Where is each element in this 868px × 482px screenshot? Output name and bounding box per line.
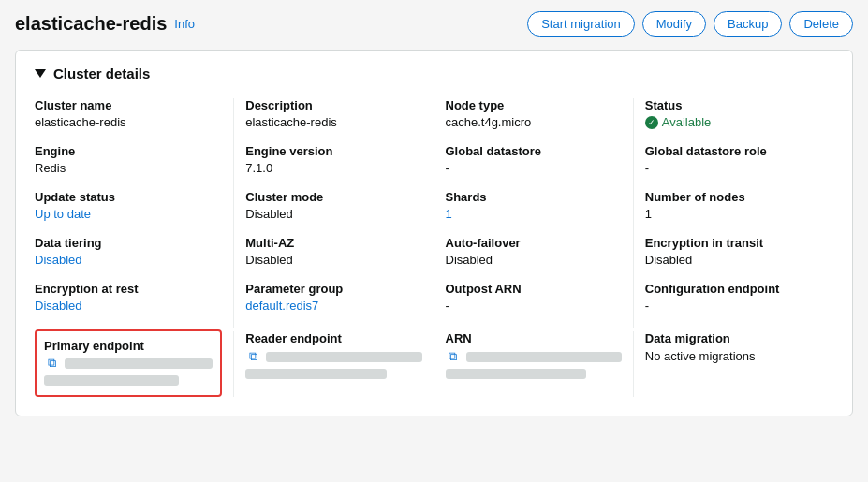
shards-value[interactable]: 1 xyxy=(446,207,622,221)
global-datastore-label: Global datastore xyxy=(446,144,622,158)
cluster-name-value: elasticache-redis xyxy=(35,115,222,129)
collapse-icon[interactable] xyxy=(35,69,46,78)
data-migration-value: No active migrations xyxy=(645,349,833,363)
parameter-group-label: Parameter group xyxy=(245,282,421,296)
top-bar-buttons: Start migration Modify Backup Delete xyxy=(527,11,853,37)
status-label: Status xyxy=(645,98,833,112)
parameter-group-value[interactable]: default.redis7 xyxy=(245,299,421,313)
info-link[interactable]: Info xyxy=(174,17,195,31)
reader-endpoint-value-bar xyxy=(266,352,421,362)
encryption-rest-label: Encryption at rest xyxy=(35,282,222,296)
check-icon: ✓ xyxy=(645,116,658,129)
engine-label: Engine xyxy=(35,144,222,158)
description-value: elasticache-redis xyxy=(245,115,421,129)
engine-version-item: Engine version 7.1.0 xyxy=(245,144,421,175)
detail-col-3: Node type cache.t4g.micro Global datasto… xyxy=(434,98,634,328)
auto-failover-item: Auto-failover Disabled xyxy=(446,236,622,267)
reader-endpoint-label: Reader endpoint xyxy=(245,331,421,345)
global-datastore-item: Global datastore - xyxy=(446,144,622,175)
data-tiering-item: Data tiering Disabled xyxy=(35,236,222,267)
arn-col: ARN ⧉ xyxy=(434,331,634,397)
reader-endpoint-col: Reader endpoint ⧉ xyxy=(234,331,434,397)
cluster-mode-value: Disabled xyxy=(245,207,421,221)
multi-az-label: Multi-AZ xyxy=(245,236,421,250)
cluster-mode-label: Cluster mode xyxy=(245,190,421,204)
card-title: Cluster details xyxy=(35,66,833,81)
description-label: Description xyxy=(245,98,421,112)
global-datastore-role-label: Global datastore role xyxy=(645,144,833,158)
data-migration-col: Data migration No active migrations xyxy=(634,331,833,397)
details-grid: Cluster name elasticache-redis Engine Re… xyxy=(35,98,833,328)
global-datastore-value: - xyxy=(446,161,622,175)
encryption-transit-item: Encryption in transit Disabled xyxy=(645,236,833,267)
description-item: Description elasticache-redis xyxy=(245,98,421,129)
update-status-item: Update status Up to date xyxy=(35,190,222,221)
reader-endpoint-row: ⧉ xyxy=(245,349,421,364)
modify-button[interactable]: Modify xyxy=(642,11,706,37)
reader-copy-icon[interactable]: ⧉ xyxy=(245,349,260,364)
number-of-nodes-label: Number of nodes xyxy=(645,190,833,204)
shards-label: Shards xyxy=(446,190,622,204)
multi-az-value: Disabled xyxy=(245,253,421,267)
engine-value: Redis xyxy=(35,161,222,175)
detail-col-4: Status ✓ Available Global datastore role… xyxy=(634,98,833,328)
data-tiering-value[interactable]: Disabled xyxy=(35,253,222,267)
endpoints-grid: Primary endpoint ⧉ Reader endpoint ⧉ xyxy=(35,331,833,397)
auto-failover-label: Auto-failover xyxy=(446,236,622,250)
start-migration-button[interactable]: Start migration xyxy=(527,11,635,37)
detail-col-2: Description elasticache-redis Engine ver… xyxy=(234,98,434,328)
delete-button[interactable]: Delete xyxy=(789,11,853,37)
config-endpoint-label: Configuration endpoint xyxy=(645,282,833,296)
arn-item: ARN ⧉ xyxy=(446,331,622,379)
reader-endpoint-item: Reader endpoint ⧉ xyxy=(245,331,421,379)
reader-endpoint-sub-bar xyxy=(245,369,387,379)
update-status-value[interactable]: Up to date xyxy=(35,207,222,221)
data-migration-label: Data migration xyxy=(645,331,833,345)
arn-copy-icon[interactable]: ⧉ xyxy=(446,349,461,364)
primary-endpoint-value-bar xyxy=(65,358,213,369)
config-endpoint-item: Configuration endpoint - xyxy=(645,282,833,313)
config-endpoint-value: - xyxy=(645,299,833,313)
top-bar: elasticache-redis Info Start migration M… xyxy=(15,11,853,37)
arn-label: ARN xyxy=(446,331,622,345)
shards-item: Shards 1 xyxy=(446,190,622,221)
global-datastore-role-value: - xyxy=(645,161,833,175)
engine-item: Engine Redis xyxy=(35,144,222,175)
number-of-nodes-item: Number of nodes 1 xyxy=(645,190,833,221)
node-type-item: Node type cache.t4g.micro xyxy=(446,98,622,129)
status-value: ✓ Available xyxy=(645,115,833,129)
cluster-details-card: Cluster details Cluster name elasticache… xyxy=(15,50,853,416)
number-of-nodes-value: 1 xyxy=(645,207,833,221)
page-title: elasticache-redis xyxy=(15,13,167,35)
arn-row: ⧉ xyxy=(446,349,622,364)
primary-endpoint-col: Primary endpoint ⧉ xyxy=(35,331,234,397)
cluster-name-label: Cluster name xyxy=(35,98,222,112)
primary-endpoint-row: ⧉ xyxy=(44,356,213,371)
outpost-arn-value: - xyxy=(446,299,622,313)
node-type-label: Node type xyxy=(446,98,622,112)
data-tiering-label: Data tiering xyxy=(35,236,222,250)
outpost-arn-label: Outpost ARN xyxy=(446,282,622,296)
cluster-mode-item: Cluster mode Disabled xyxy=(245,190,421,221)
encryption-transit-value: Disabled xyxy=(645,253,833,267)
encryption-transit-label: Encryption in transit xyxy=(645,236,833,250)
outpost-arn-item: Outpost ARN - xyxy=(446,282,622,313)
top-bar-left: elasticache-redis Info xyxy=(15,13,195,35)
status-item: Status ✓ Available xyxy=(645,98,833,129)
engine-version-value: 7.1.0 xyxy=(245,161,421,175)
backup-button[interactable]: Backup xyxy=(714,11,782,37)
primary-endpoint-label: Primary endpoint xyxy=(44,339,213,353)
parameter-group-item: Parameter group default.redis7 xyxy=(245,282,421,313)
global-datastore-role-item: Global datastore role - xyxy=(645,144,833,175)
arn-sub-bar xyxy=(446,369,587,379)
encryption-rest-value[interactable]: Disabled xyxy=(35,299,222,313)
node-type-value: cache.t4g.micro xyxy=(446,115,622,129)
cluster-name-item: Cluster name elasticache-redis xyxy=(35,98,222,129)
auto-failover-value: Disabled xyxy=(446,253,622,267)
data-migration-item: Data migration No active migrations xyxy=(645,331,833,363)
primary-copy-icon[interactable]: ⧉ xyxy=(44,356,59,371)
arn-value-bar xyxy=(466,352,622,362)
encryption-rest-item: Encryption at rest Disabled xyxy=(35,282,222,313)
update-status-label: Update status xyxy=(35,190,222,204)
detail-col-1: Cluster name elasticache-redis Engine Re… xyxy=(35,98,234,328)
